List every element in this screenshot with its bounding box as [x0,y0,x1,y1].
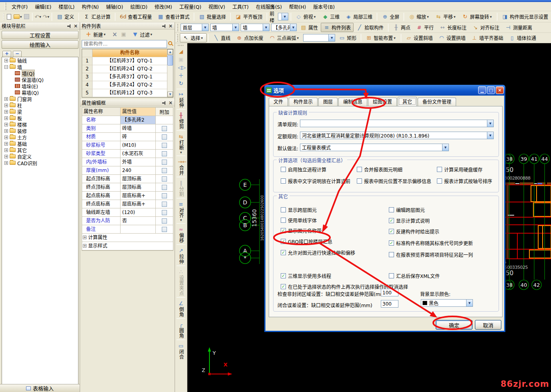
edit-tool-9[interactable]: ∠倒角 [177,300,185,320]
view-button-1[interactable]: ◆三维 [319,12,342,21]
property-row-6[interactable]: 厚度(mm)240 [82,166,173,175]
property-value[interactable]: 层底标高+ [121,192,156,200]
attach-checkbox[interactable] [162,227,167,232]
tree-item-13[interactable]: +基础 [2,140,78,147]
property-value[interactable]: (水泥石灰 [121,150,156,158]
pin-icon[interactable] [162,24,166,28]
menu-item-0[interactable]: 文件(F) [8,2,31,11]
tree-item-10[interactable]: +楼梯 [2,121,78,128]
dialog-tab-0[interactable]: 文件 [269,98,288,106]
view-button-2[interactable]: ◈局部三维 [342,12,375,21]
new-component-button[interactable]: ＋新建▾ [82,30,109,39]
tree-item-15[interactable]: +自定义 [2,153,78,160]
property-row-13[interactable]: 备注 [82,225,173,234]
view-button-4[interactable]: ◎缩放▾ [406,12,432,21]
menu-item-2[interactable]: 楼层(L) [55,2,78,11]
tree-expand-icon[interactable]: + [4,116,8,120]
tree-expand-icon[interactable]: + [4,97,8,101]
checkbox-box[interactable]: ✓ [281,239,286,244]
expand-icon[interactable]: + [83,236,86,239]
menu-item-10[interactable]: 在线服务(S) [252,2,286,11]
attach-checkbox[interactable] [162,160,167,165]
search-icon[interactable] [168,41,172,45]
edit-tool-8[interactable]: ∴设置夹点 [177,269,185,299]
calc-checkbox-1[interactable]: 合并报表图元明细 [357,166,402,173]
mirror-icon[interactable]: ◁▷ [177,64,185,72]
property-row-10[interactable]: 终点底标高层底标高+ [82,200,173,208]
other-right-checkbox-5[interactable]: 汇总后保存XML文件 [389,272,440,279]
dropdown-arrow-icon[interactable]: ▼ [232,24,239,31]
attach-checkbox[interactable] [162,210,167,215]
ok-button[interactable]: 确定 [436,320,473,330]
checkbox-box[interactable] [437,167,442,172]
tree-expand-icon[interactable]: + [4,129,8,133]
edit-tool-10[interactable]: ╭圆角 [177,322,185,341]
select-button[interactable]: ↖选择▾ [180,33,207,42]
dropdown-arrow-icon[interactable]: ▼ [487,132,493,139]
attach-checkbox[interactable] [162,134,167,140]
dialog-tab-6[interactable]: 备份文件管理 [418,98,456,106]
property-row-11[interactable]: 轴线距左墙(120) [82,208,173,217]
edit-tool-6[interactable]: ≈偏移 [177,226,185,246]
property-value[interactable]: 层顶标高 [121,183,156,191]
property-row-4[interactable]: 砂浆类型(水泥石灰 [82,150,173,158]
dropdown-arrow-icon[interactable]: ▼ [442,144,448,151]
checkbox-box[interactable] [281,207,286,212]
checkbox-box[interactable]: ✓ [389,218,394,223]
toolbar-button-5[interactable]: ◪平齐板顶 [232,12,265,21]
menu-item-6[interactable]: 修改(M) [151,2,176,11]
view-button-0[interactable]: ◇俯视▾ [293,12,320,21]
tree-item-6[interactable]: +门窗洞 [2,96,78,102]
calc-checkbox-2[interactable]: 计算采用硬盘缓存 [437,166,483,173]
checkbox-box[interactable] [389,207,394,212]
checkbox-box[interactable]: ✓ [281,228,286,233]
checkbox-box[interactable]: ✓ [281,273,286,278]
dropdown-arrow-icon[interactable]: ▼ [202,24,208,31]
tree-item-16[interactable]: +CAD识别 [2,160,78,166]
menu-item-1[interactable]: 编辑(E) [31,2,55,11]
scroll-thumb[interactable] [167,55,173,66]
other-left-checkbox-0[interactable]: 显示跨层图元 [281,206,317,213]
tree-item-9[interactable]: +板 [2,115,78,121]
other-left-checkbox-2[interactable]: ✓显示图元名称带 [281,227,322,234]
attach-checkbox[interactable] [162,126,167,131]
move-icon[interactable]: ＋ [177,72,185,80]
edit-tool-4[interactable]: ∥分割 [177,180,185,200]
edit-tool-7[interactable]: ↗拉伸 [177,248,185,267]
tree-expand-icon[interactable]: + [4,148,8,152]
toolbar-button-1[interactable]: Σ汇总计算 [80,12,113,21]
dialog-tab-4[interactable]: 绘图设置 [368,98,397,106]
context-button-1[interactable]: ≡构件列表 [321,23,354,32]
other-right-checkbox-2[interactable]: ✓反建构件时给出提示 [389,228,439,235]
property-row-9[interactable]: 起点底标高层底标高+ [82,192,173,200]
close-icon[interactable]: × [496,86,504,94]
context-button-4[interactable]: #平行 [413,23,436,32]
attach-checkbox[interactable] [162,202,167,207]
edit-tool-5[interactable]: ≡对齐▾ [177,201,185,225]
context-combobox-2[interactable]: 墙▼ [241,24,269,31]
draw-button-9[interactable]: ▯墙体拉通 [506,33,539,42]
property-row-1[interactable]: 类别砖墙 [82,124,173,133]
tree-item-8[interactable]: +梁 [2,108,78,115]
context-combobox-3[interactable]: 【多孔砖▼ [271,24,297,31]
checkbox-box[interactable]: ✓ [281,284,286,289]
property-value[interactable]: 【多孔砖2 [121,116,156,124]
toolbar-button-0[interactable]: ▤定义 [54,12,77,21]
edit-tool-0[interactable]: ↦延伸 [177,91,185,111]
property-row-5[interactable]: 内/外墙标外墙 [82,158,173,166]
tree-expand-icon[interactable]: + [4,104,8,107]
tree-expand-icon[interactable]: + [4,161,8,165]
rule-combobox-2[interactable]: 工程量表模式▼ [300,144,449,151]
view-button-3[interactable]: ⊕全屏 [379,12,402,21]
rotate-icon[interactable]: ↻ [177,80,185,88]
attach-checkbox[interactable] [162,151,167,156]
tree-expand-icon[interactable]: + [4,136,8,139]
collapse-all-icon[interactable]: − [13,51,22,57]
toolbar-grip[interactable] [178,45,184,46]
tree-item-12[interactable]: +土方 [2,134,78,140]
component-row-1[interactable]: 2【红机砖24】QTQ-2 [82,65,167,73]
property-row-7[interactable]: 起点顶标高层顶标高 [82,175,173,183]
draw-button-7[interactable]: ◠设置拱墙 [436,33,469,42]
draw-style-combobox[interactable]: ▼ [303,34,335,42]
calc-checkbox-5[interactable]: 报表计算式按轴号排序 [437,178,492,184]
